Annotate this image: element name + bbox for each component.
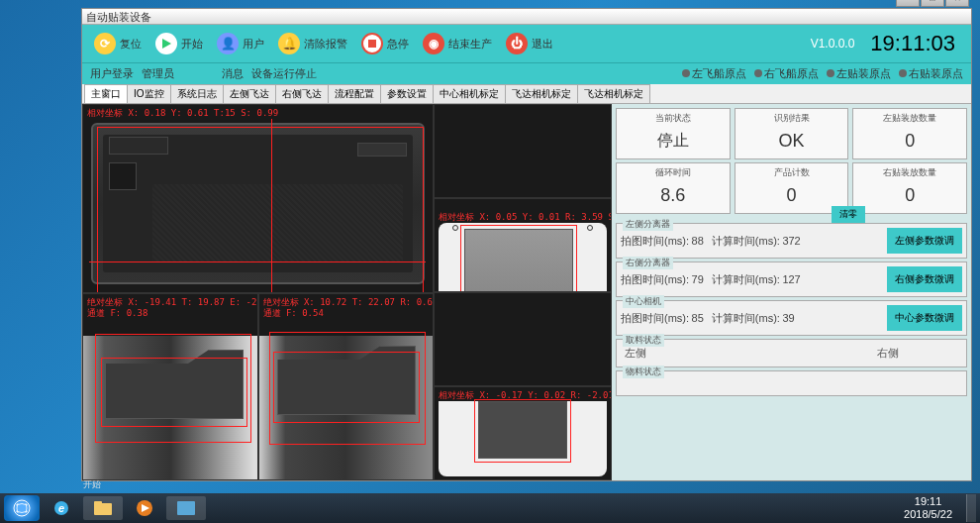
side-panel: 当前状态停止 识别结果OK 左贴装放数量0 循环时间8.6 产品计数0清零 右贴… <box>612 104 971 480</box>
svg-text:e: e <box>58 502 64 514</box>
windows-icon <box>13 499 31 517</box>
exit-button[interactable]: ⏻退出 <box>500 30 559 57</box>
tab-log[interactable]: 系统日志 <box>170 84 224 103</box>
overlay-coords: 相对坐标 X: -0.17 Y: 0.02 R: -2.01 S: 0.09 <box>439 389 612 402</box>
bell-icon: 🔔 <box>278 33 300 54</box>
play-icon <box>155 33 177 54</box>
start-button[interactable] <box>4 495 40 521</box>
folder-icon <box>93 500 113 516</box>
message-value: 设备运行停止 <box>251 66 317 81</box>
tab-right-feeder[interactable]: 右侧飞达 <box>275 84 329 103</box>
refresh-icon: ⟳ <box>94 33 116 54</box>
tab-params[interactable]: 参数设置 <box>380 84 434 103</box>
grip-status-box: 取料状态 左侧 右侧 <box>616 339 967 367</box>
camera-bottom-left[interactable]: 绝对坐标 X: -19.41 T: 19.87 E: -2.50 S: 0.97… <box>82 293 258 480</box>
status-dot-icon <box>682 69 690 77</box>
tab-io[interactable]: IO监控 <box>127 84 171 103</box>
ie-icon: e <box>51 498 71 518</box>
content-area: 相对坐标 X: 0.18 Y: 0.61 T:15 S: 0.99 绝对坐标 X… <box>82 104 971 480</box>
user-icon: 👤 <box>217 33 239 54</box>
admin-label[interactable]: 管理员 <box>142 66 174 81</box>
tab-bar: 主窗口 IO监控 系统日志 左侧飞达 右侧飞达 流程配置 参数设置 中心相机标定… <box>82 84 971 104</box>
start-button[interactable]: 开始 <box>149 30 209 57</box>
task-ie[interactable]: e <box>42 496 81 520</box>
group-center-camera: 中心相机 拍图时间(ms): 85 计算时间(ms): 39 中心参数微调 <box>616 300 967 336</box>
svg-marker-0 <box>162 39 171 49</box>
tab-feeder-cal1[interactable]: 飞达相机标定 <box>505 84 578 103</box>
status-left-fly: 左飞船原点 <box>682 66 746 81</box>
stat-status: 当前状态停止 <box>616 108 731 159</box>
camera-r1[interactable] <box>434 104 612 198</box>
tab-left-feeder[interactable]: 左侧飞达 <box>223 84 276 103</box>
system-tray[interactable]: 19:11 2018/5/22 <box>896 495 960 521</box>
task-media[interactable] <box>125 496 164 520</box>
stat-right-count: 右贴装放数量0 <box>852 162 967 214</box>
media-icon <box>135 498 154 518</box>
svg-point-1 <box>14 500 30 516</box>
status-dot-icon <box>899 69 907 77</box>
version-label: V1.0.0.0 <box>811 37 855 51</box>
user-login-label[interactable]: 用户登录 <box>90 66 134 81</box>
camera-r3[interactable] <box>434 292 612 386</box>
overlay-coords: 相对坐标 X: 0.18 Y: 0.61 T:15 S: 0.99 <box>87 107 278 120</box>
stat-product-count: 产品计数0清零 <box>735 162 849 214</box>
task-app[interactable] <box>166 496 206 520</box>
svg-rect-8 <box>177 501 195 515</box>
tab-main[interactable]: 主窗口 <box>84 84 128 103</box>
camera-r4[interactable]: 相对坐标 X: -0.17 Y: 0.02 R: -2.01 S: 0.09 <box>434 386 612 480</box>
tab-feeder-cal2[interactable]: 飞达相机标定 <box>577 84 650 103</box>
group-left-separator: 左侧分离器 拍图时间(ms): 88 计算时间(ms): 372 左侧参数微调 <box>616 223 967 259</box>
user-button[interactable]: 👤用户 <box>211 30 270 57</box>
record-icon: ◉ <box>423 33 444 54</box>
tab-flow[interactable]: 流程配置 <box>328 84 381 103</box>
app-window: 自动贴装设备 — □ ✕ ⟳复位 开始 👤用户 🔔清除报警 急停 ◉结束生产 ⏻… <box>81 8 972 481</box>
overlay-coords: 相对坐标 X: 0.05 Y: 0.01 R: 3.59 S: 0.99 <box>439 211 612 224</box>
camera-bottom-right[interactable]: 绝对坐标 X: 10.72 T: 22.07 R: 0.63 S: 0.94 通… <box>258 293 435 480</box>
stat-cycle: 循环时间8.6 <box>616 162 731 214</box>
status-dot-icon <box>754 69 762 77</box>
tray-time: 19:11 <box>904 495 952 508</box>
app-icon <box>176 500 196 516</box>
stop-icon <box>361 33 383 54</box>
stop-button[interactable]: 急停 <box>355 30 415 57</box>
status-right-place: 右贴装原点 <box>899 66 963 81</box>
status-row: 用户登录 管理员 消息 设备运行停止 左飞船原点 右飞船原点 左贴装原点 右贴装… <box>82 62 971 84</box>
overlay-channel: 通道 F: 0.38 <box>87 307 147 320</box>
close-button[interactable]: ✕ <box>945 0 969 7</box>
right-tune-button[interactable]: 右侧参数微调 <box>887 266 962 292</box>
message-label: 消息 <box>222 66 244 81</box>
maximize-button[interactable]: □ <box>921 0 944 7</box>
power-icon: ⏻ <box>506 33 528 54</box>
main-toolbar: ⟳复位 开始 👤用户 🔔清除报警 急停 ◉结束生产 ⏻退出 V1.0.0.0 1… <box>82 25 971 62</box>
refresh-button[interactable]: ⟳复位 <box>88 30 147 57</box>
tray-date: 2018/5/22 <box>904 508 952 521</box>
left-tune-button[interactable]: 左侧参数微调 <box>887 228 962 254</box>
secondary-start-label: 开始 <box>83 478 101 491</box>
task-explorer[interactable] <box>83 496 123 520</box>
camera-r2[interactable]: 相对坐标 X: 0.05 Y: 0.01 R: 3.59 S: 0.99 <box>434 198 612 292</box>
status-dot-icon <box>827 69 834 77</box>
svg-rect-5 <box>94 501 102 505</box>
camera-main[interactable]: 相对坐标 X: 0.18 Y: 0.61 T:15 S: 0.99 <box>82 104 434 293</box>
tab-center-cal[interactable]: 中心相机标定 <box>433 84 506 103</box>
window-title: 自动贴装设备 <box>86 11 151 23</box>
clear-alarm-button[interactable]: 🔔清除报警 <box>272 30 353 57</box>
stat-left-count: 左贴装放数量0 <box>852 108 967 159</box>
center-tune-button[interactable]: 中心参数微调 <box>887 305 962 331</box>
end-production-button[interactable]: ◉结束生产 <box>417 30 498 57</box>
stat-result: 识别结果OK <box>735 108 849 159</box>
show-desktop-button[interactable] <box>966 494 976 522</box>
group-right-separator: 右侧分离器 拍图时间(ms): 79 计算时间(ms): 127 右侧参数微调 <box>616 262 967 297</box>
status-right-fly: 右飞船原点 <box>754 66 819 81</box>
overlay-channel: 通道 F: 0.54 <box>263 307 324 320</box>
taskbar: e 19:11 2018/5/22 <box>0 493 980 523</box>
status-left-place: 左贴装原点 <box>827 66 891 81</box>
clear-count-button[interactable]: 清零 <box>832 206 865 223</box>
clock: 19:11:03 <box>870 31 955 56</box>
material-status-box: 物料状态 <box>616 370 967 396</box>
minimize-button[interactable]: — <box>896 0 920 7</box>
title-bar: 自动贴装设备 — □ ✕ <box>82 9 971 25</box>
